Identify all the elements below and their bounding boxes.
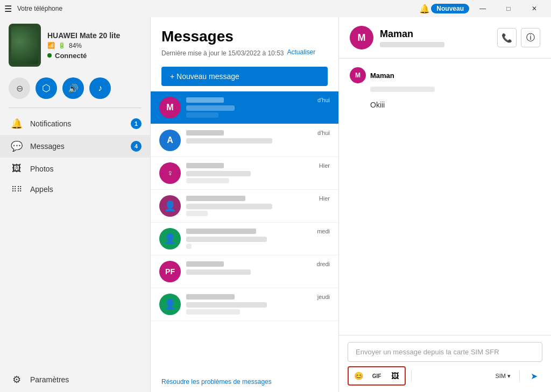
chat-panel: M Maman 📞 ⓘ M Maman Okiii E xyxy=(339,17,551,392)
conversation-item[interactable]: 👤 medi xyxy=(151,223,338,255)
connected-text: Connecté xyxy=(55,52,87,60)
conversation-content: d'hui xyxy=(186,97,330,118)
appels-icon: ⠿⠿ xyxy=(11,185,23,194)
conv-preview xyxy=(186,269,251,275)
avatar: A xyxy=(159,130,181,151)
new-badge[interactable]: Nouveau xyxy=(431,4,469,13)
conv-preview-2 xyxy=(186,309,240,315)
chat-input-placeholder: Envoyer un message depuis la carte SIM S… xyxy=(348,342,542,362)
chat-actions: 📞 ⓘ xyxy=(497,28,540,47)
avatar: ♀ xyxy=(159,162,181,184)
conversation-item[interactable]: A d'hui xyxy=(151,124,338,157)
resolve-link[interactable]: Résoudre les problèmes de messages xyxy=(151,372,338,392)
messages-badge: 4 xyxy=(131,141,142,152)
settings-icon: ⚙ xyxy=(11,374,23,386)
photos-label: Photos xyxy=(30,165,54,173)
conv-time: Hier xyxy=(319,162,330,169)
msg-sender-row: M Maman xyxy=(350,67,540,83)
sidebar-item-notifications[interactable]: 🔔 Notifications 1 xyxy=(0,112,150,135)
messages-subtitle: Dernière mise à jour le 15/03/2022 à 10:… xyxy=(161,49,284,57)
new-message-button[interactable]: + Nouveau message xyxy=(161,67,328,86)
conv-preview xyxy=(186,204,272,209)
message-group-2: Okiii xyxy=(350,101,540,109)
toolbar-separator-2 xyxy=(519,370,520,381)
notifications-label: Notifications xyxy=(30,119,71,128)
gif-button[interactable]: GIF xyxy=(368,368,385,383)
phone-section: HUAWEI Mate 20 lite 📶 🔋 84% Connecté xyxy=(0,17,150,73)
msg-text: Okiii xyxy=(370,101,540,109)
conversation-content: dredi xyxy=(186,261,330,275)
minimize-button[interactable]: — xyxy=(470,0,495,17)
image-button[interactable]: 🖼 xyxy=(386,368,404,383)
mute-button[interactable]: ⊖ xyxy=(9,77,30,99)
call-button[interactable]: 📞 xyxy=(497,28,517,47)
settings-label: Paramètres xyxy=(30,375,69,384)
conv-preview-2 xyxy=(186,112,218,118)
conversation-item[interactable]: 👤 jeudi xyxy=(151,288,338,321)
chat-contact-name: Maman xyxy=(380,28,491,40)
bluetooth-button[interactable]: ⬡ xyxy=(36,77,57,99)
phone-thumbnail xyxy=(9,24,41,67)
messages-title: Messages xyxy=(161,28,328,45)
bell-icon[interactable]: 🔔 xyxy=(419,4,430,14)
title-bar: ☰ Votre téléphone 🔔 Nouveau — □ ✕ xyxy=(0,0,551,17)
msg-sender-name: Maman xyxy=(370,72,394,80)
conv-preview-2 xyxy=(186,244,192,249)
conv-name xyxy=(186,97,224,103)
conv-name-row: jeudi xyxy=(186,294,330,300)
appels-label: Appels xyxy=(30,185,53,194)
messages-label: Messages xyxy=(30,142,65,151)
photos-icon: 🖼 xyxy=(11,163,23,174)
messages-panel: Messages Dernière mise à jour le 15/03/2… xyxy=(151,17,339,392)
notifications-icon: 🔔 xyxy=(11,118,23,130)
title-bar-left: ☰ Votre téléphone xyxy=(4,4,62,14)
connected-dot xyxy=(47,53,52,58)
conversation-item[interactable]: M d'hui xyxy=(151,91,338,124)
conv-preview-2 xyxy=(186,211,208,216)
conversation-content: Hier xyxy=(186,195,330,216)
volume-button[interactable]: 🔊 xyxy=(62,77,84,99)
conv-preview xyxy=(186,302,267,308)
emoji-button[interactable]: 😊 xyxy=(350,368,367,383)
conversation-content: jeudi xyxy=(186,294,330,315)
conv-name xyxy=(186,294,235,300)
send-button[interactable]: ➤ xyxy=(525,368,542,383)
music-button[interactable]: ♪ xyxy=(89,77,111,99)
signal-icon: 📶 xyxy=(47,42,55,49)
conv-preview xyxy=(186,237,267,242)
messages-header: Messages Dernière mise à jour le 15/03/2… xyxy=(151,17,338,61)
msg-sender-avatar: M xyxy=(350,67,366,83)
actualiser-link[interactable]: Actualiser xyxy=(287,48,315,56)
sim-select-button[interactable]: SIM ▾ xyxy=(492,368,514,383)
info-button[interactable]: ⓘ xyxy=(521,28,540,47)
sidebar-item-appels[interactable]: ⠿⠿ Appels xyxy=(0,180,150,199)
toolbar-right: SIM ▾ ➤ xyxy=(492,368,542,383)
battery-percent: 84% xyxy=(69,42,82,49)
conv-name-row: d'hui xyxy=(186,97,330,103)
conversation-item[interactable]: 👤 Hier xyxy=(151,190,338,223)
conversation-item[interactable]: PF dredi xyxy=(151,255,338,288)
conv-preview-2 xyxy=(186,178,229,183)
conv-time: dredi xyxy=(317,261,330,267)
conv-name-row: Hier xyxy=(186,162,330,169)
battery-icon: 🔋 xyxy=(58,42,66,49)
toolbar-btn-group: 😊 GIF 🖼 xyxy=(348,366,406,386)
conv-name-row: dredi xyxy=(186,261,330,267)
chat-contact-sub xyxy=(380,42,444,47)
avatar: 👤 xyxy=(159,294,181,315)
menu-icon[interactable]: ☰ xyxy=(4,4,12,14)
conv-name xyxy=(186,130,224,136)
close-button[interactable]: ✕ xyxy=(522,0,547,17)
maximize-button[interactable]: □ xyxy=(496,0,521,17)
sidebar-item-settings[interactable]: ⚙ Paramètres xyxy=(0,367,150,392)
messages-icon: 💬 xyxy=(11,140,23,152)
conv-name xyxy=(186,196,245,201)
phone-thumbnail-image xyxy=(11,26,38,64)
connected-status: Connecté xyxy=(47,52,142,60)
sidebar-item-photos[interactable]: 🖼 Photos xyxy=(0,158,150,180)
phone-stats: 📶 🔋 84% xyxy=(47,42,142,49)
sidebar-item-messages[interactable]: 💬 Messages 4 xyxy=(0,135,150,158)
nav-items: 🔔 Notifications 1 💬 Messages 4 🖼 Photos … xyxy=(0,108,150,367)
chat-header: M Maman 📞 ⓘ xyxy=(339,17,551,59)
conversation-item[interactable]: ♀ Hier xyxy=(151,157,338,190)
